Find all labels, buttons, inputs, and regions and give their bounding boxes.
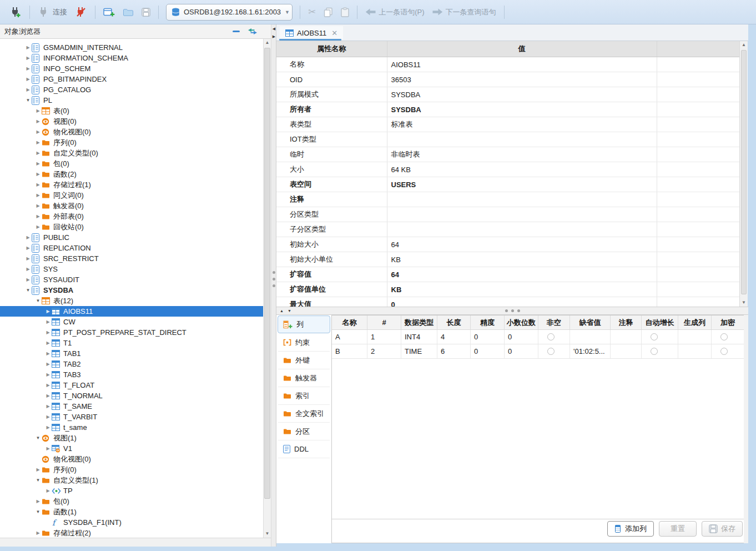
expand-arrow-icon[interactable]: ▶: [34, 158, 42, 169]
tree-item-pt-post-prepare-stat-direct[interactable]: ▶PT_POST_PREPARE_STAT_DIRECT: [0, 327, 271, 338]
column-header-item[interactable]: 数据类型: [401, 315, 437, 329]
property-row-item[interactable]: 所有者SYSDBA: [276, 102, 739, 117]
detail-tab-item[interactable]: 列: [278, 315, 330, 333]
cell-checkbox[interactable]: [547, 348, 555, 355]
property-row-item[interactable]: 分区类型: [276, 207, 739, 222]
collapse-right-icon[interactable]: ▶: [271, 34, 276, 39]
tree-item-0[interactable]: ▶包(0): [0, 496, 271, 507]
tab-aiobs11[interactable]: AIOBS11 ✕: [280, 26, 343, 39]
tree-item-information-schema[interactable]: ▶INFORMATION_SCHEMA: [0, 53, 271, 63]
tree-item-0[interactable]: ▶序列(0): [0, 137, 271, 148]
tree-item-gsmadmin-internal[interactable]: ▶GSMADMIN_INTERNAL: [0, 42, 271, 53]
tree-vertical-scrollbar[interactable]: ▲ ▼: [263, 39, 271, 538]
expand-arrow-icon[interactable]: ▶: [34, 127, 42, 137]
expand-arrow-icon[interactable]: ▶: [44, 380, 52, 390]
cell-checkbox[interactable]: [720, 348, 728, 355]
tree-item-0[interactable]: ▶回收站(0): [0, 222, 271, 232]
expand-arrow-icon[interactable]: ▼: [24, 285, 32, 295]
collapse-left-icon[interactable]: ◀: [271, 27, 276, 31]
expand-arrow-icon[interactable]: ▶: [24, 53, 32, 63]
grid-cell[interactable]: [570, 330, 611, 344]
expand-arrow-icon[interactable]: ▶: [44, 338, 52, 348]
expand-arrow-icon[interactable]: ▶: [24, 232, 32, 243]
scroll-down-icon[interactable]: ▼: [264, 530, 271, 538]
tree-item-pg-catalog[interactable]: ▶PG_CATALOG: [0, 84, 271, 95]
property-row-item[interactable]: 初始大小64: [276, 237, 739, 252]
grid-cell[interactable]: INT4: [401, 330, 437, 344]
tree-item-sysdba-f1-int[interactable]: fSYSDBA_F1(INT): [0, 517, 271, 528]
expand-arrow-icon[interactable]: ▼: [34, 295, 42, 306]
horizontal-splitter[interactable]: ▲ ▼: [276, 307, 748, 315]
grid-row-a[interactable]: A1INT4400: [332, 330, 744, 344]
expand-arrow-icon[interactable]: ▶: [34, 179, 42, 190]
expand-arrow-icon[interactable]: ▶: [24, 74, 32, 84]
grid-cell[interactable]: [678, 330, 712, 344]
grid-cell[interactable]: [611, 330, 642, 344]
scrollbar-thumb[interactable]: [741, 50, 747, 294]
expand-arrow-icon[interactable]: ▶: [34, 116, 42, 127]
grid-cell-checkbox[interactable]: [642, 330, 678, 344]
column-header-item[interactable]: #: [367, 315, 401, 329]
tree-item-0[interactable]: ▶自定义类型(0): [0, 148, 271, 158]
expand-arrow-icon[interactable]: ▶: [34, 148, 42, 158]
tree-item-0[interactable]: 物化视图(0): [0, 454, 271, 464]
tree-item-0[interactable]: ▶视图(0): [0, 116, 271, 127]
expand-arrow-icon[interactable]: ▶: [44, 359, 52, 369]
column-header-item[interactable]: 生成列: [678, 315, 712, 329]
grid-cell-checkbox[interactable]: [642, 344, 678, 358]
tree-item-12[interactable]: ▼表(12): [0, 295, 271, 306]
column-header-item[interactable]: 精度: [471, 315, 505, 329]
tree-item-0[interactable]: ▶包(0): [0, 158, 271, 169]
expand-arrow-icon[interactable]: ▶: [44, 390, 52, 401]
new-query-button[interactable]: [103, 7, 115, 17]
column-header-item[interactable]: 小数位数: [505, 315, 538, 329]
tree-item-2[interactable]: ▶函数(2): [0, 169, 271, 179]
grid-cell[interactable]: 0: [505, 330, 538, 344]
property-row-item[interactable]: 最大值0: [276, 297, 739, 307]
expand-arrow-icon[interactable]: ▶: [44, 485, 52, 496]
detail-tab-item[interactable]: 分区: [278, 423, 330, 440]
tree-item-public[interactable]: ▶PUBLIC: [0, 232, 271, 243]
tree-item-0[interactable]: ▶序列(0): [0, 464, 271, 475]
tree-item-cw[interactable]: ▶CW: [0, 317, 271, 327]
expand-arrow-icon[interactable]: ▶: [44, 412, 52, 422]
detail-tab-item[interactable]: 约束: [278, 334, 330, 352]
column-header-item[interactable]: 自动增长: [642, 315, 678, 329]
tree-item-tp[interactable]: ▶TP: [0, 485, 271, 496]
property-row-item[interactable]: 所属模式SYSDBA: [276, 87, 739, 102]
expand-arrow-icon[interactable]: ▶: [34, 190, 42, 201]
tree-item-tab2[interactable]: ▶TAB2: [0, 359, 271, 369]
column-header-item[interactable]: 注释: [611, 315, 642, 329]
detail-tab-item[interactable]: 全文索引: [278, 405, 330, 423]
tree-item-info-schem[interactable]: ▶INFO_SCHEM: [0, 63, 271, 74]
property-row-oid[interactable]: OID36503: [276, 72, 739, 87]
minimize-panel-icon[interactable]: [233, 31, 240, 32]
tree-item-replication[interactable]: ▶REPLICATION: [0, 243, 271, 253]
grid-cell[interactable]: 2: [367, 344, 401, 358]
tree-item-sysdba[interactable]: ▼SYSDBA: [0, 285, 271, 295]
expand-arrow-icon[interactable]: ▶: [24, 63, 32, 74]
grid-cell[interactable]: 4: [437, 330, 471, 344]
tree-item-t-same[interactable]: ▶T_SAME: [0, 401, 271, 412]
expand-arrow-icon[interactable]: ▶: [44, 369, 52, 380]
detail-tab-ddl[interactable]: DDL: [278, 440, 330, 458]
tree-item-aiobs11[interactable]: ▶AIOBS11: [0, 306, 271, 317]
tree-item-0[interactable]: ▶同义词(0): [0, 190, 271, 201]
add-column-button[interactable]: 添加列: [607, 521, 654, 537]
grid-cell-checkbox[interactable]: [538, 330, 570, 344]
tree-item-tab3[interactable]: ▶TAB3: [0, 369, 271, 380]
expand-arrow-icon[interactable]: ▶: [44, 401, 52, 412]
scroll-up-icon[interactable]: ▲: [740, 41, 748, 49]
tree-horizontal-scrollbar[interactable]: [0, 538, 271, 547]
collapse-down-icon[interactable]: ▼: [288, 309, 291, 313]
property-row-item[interactable]: 临时非临时表: [276, 147, 739, 162]
expand-arrow-icon[interactable]: ▶: [44, 422, 52, 433]
grid-cell[interactable]: A: [332, 330, 367, 344]
expand-arrow-icon[interactable]: ▶: [24, 243, 32, 253]
swap-connection-icon[interactable]: [248, 28, 258, 35]
expand-arrow-icon[interactable]: ▶: [44, 327, 52, 338]
open-file-button[interactable]: [123, 8, 134, 17]
grid-cell[interactable]: [611, 344, 642, 358]
expand-arrow-icon[interactable]: ▶: [34, 169, 42, 179]
expand-arrow-icon[interactable]: ▶: [34, 106, 42, 116]
